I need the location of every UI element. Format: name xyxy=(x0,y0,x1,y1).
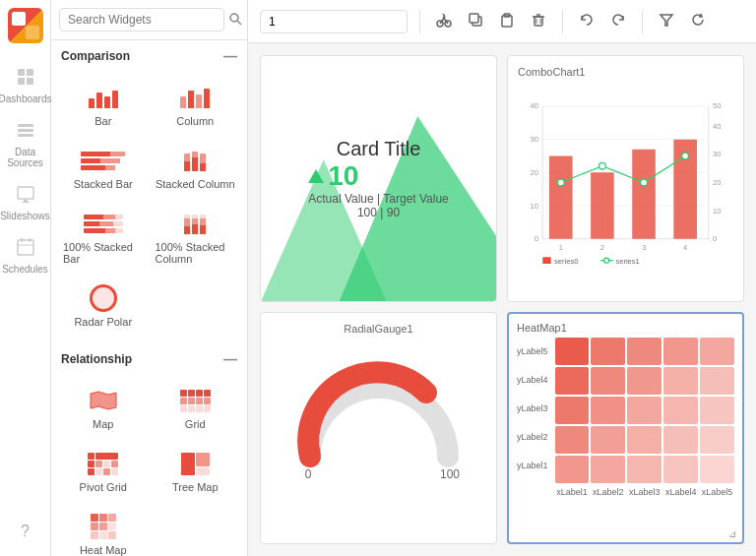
schedules-icon xyxy=(16,237,35,262)
hm-cell xyxy=(627,456,662,483)
svg-text:3: 3 xyxy=(642,243,646,252)
combo-chart-widget[interactable]: ComboChart1 0 10 20 30 40 0 xyxy=(507,55,744,302)
widget-heat-map[interactable]: Heat Map xyxy=(59,505,148,556)
hm-cell xyxy=(700,367,734,395)
y-label-5: yLabel5 xyxy=(517,346,551,356)
100pct-stacked-column-label: 100% Stacked Column xyxy=(156,241,236,265)
toolbar-separator-2 xyxy=(562,10,563,33)
hm-cell xyxy=(663,338,698,365)
widget-pivot-grid[interactable]: Pivot Grid xyxy=(59,442,148,501)
svg-text:1: 1 xyxy=(559,243,563,252)
y-label-4: yLabel4 xyxy=(517,375,551,385)
x-label-5: xLabel5 xyxy=(700,485,734,497)
100pct-stacked-bar-icon xyxy=(86,210,121,237)
target-label: Target Value xyxy=(383,192,449,206)
stacked-column-icon xyxy=(177,147,213,174)
map-label: Map xyxy=(93,418,113,430)
bar-icon xyxy=(86,84,121,111)
left-nav: Dashboards Data Sources Slideshows Sched… xyxy=(0,0,51,556)
slideshows-label: Slideshows xyxy=(0,211,50,221)
svg-text:20: 20 xyxy=(713,178,721,187)
nav-item-slideshows[interactable]: Slideshows xyxy=(0,176,50,229)
toolbar-separator-1 xyxy=(419,10,420,33)
grid-icon xyxy=(177,387,213,414)
section-comparison-header: Comparison — xyxy=(51,40,247,72)
app-logo[interactable] xyxy=(8,8,43,43)
resize-handle[interactable]: ⊿ xyxy=(728,528,738,538)
radial-gauge-widget[interactable]: RadialGauge1 0 100 xyxy=(260,312,497,544)
card-value: 10 xyxy=(308,160,449,192)
widget-100pct-stacked-column[interactable]: 100% Stacked Column xyxy=(152,202,240,273)
combo-chart-svg: 0 10 20 30 40 0 10 20 30 40 50 xyxy=(518,82,733,288)
heat-map-icon xyxy=(86,513,121,540)
widget-stacked-column[interactable]: Stacked Column xyxy=(152,139,240,198)
filter-button[interactable] xyxy=(655,10,678,33)
svg-rect-10 xyxy=(18,240,33,255)
map-icon xyxy=(86,387,121,414)
widget-tree-map[interactable]: Tree Map xyxy=(152,442,240,501)
toolbar xyxy=(248,0,756,43)
svg-text:20: 20 xyxy=(531,168,538,177)
widget-column[interactable]: Column xyxy=(152,76,240,135)
redo-button[interactable] xyxy=(606,10,630,33)
relationship-collapse[interactable]: — xyxy=(223,351,237,367)
nav-item-help[interactable]: ? xyxy=(0,515,50,548)
svg-rect-51 xyxy=(549,156,573,239)
hm-cell xyxy=(663,426,698,454)
card-triangle-icon xyxy=(308,169,324,183)
svg-rect-9 xyxy=(22,202,30,203)
toolbar-input[interactable] xyxy=(260,10,408,33)
svg-rect-2 xyxy=(18,78,25,85)
svg-text:40: 40 xyxy=(531,102,538,111)
nav-item-dashboards[interactable]: Dashboards xyxy=(0,59,50,112)
comparison-widget-grid: Bar Column Stacked Bar xyxy=(51,72,247,343)
refresh-button[interactable] xyxy=(686,10,710,33)
heatmap-widget[interactable]: HeatMap1 yLabel5 yLabel4 yLabel3 yLabel2… xyxy=(507,312,744,544)
search-icon[interactable] xyxy=(228,12,242,29)
svg-line-20 xyxy=(443,14,445,17)
100pct-stacked-bar-label: 100% Stacked Bar xyxy=(63,241,144,265)
paste-button[interactable] xyxy=(495,10,519,33)
svg-text:30: 30 xyxy=(713,150,721,158)
help-icon: ? xyxy=(21,523,30,540)
heat-map-label: Heat Map xyxy=(80,544,127,556)
copy-button[interactable] xyxy=(464,10,487,33)
svg-text:series0: series0 xyxy=(554,257,578,266)
widget-map[interactable]: Map xyxy=(59,379,148,438)
heatmap-y-labels: yLabel5 yLabel4 yLabel3 yLabel2 yLabel1 xyxy=(517,338,555,497)
delete-button[interactable] xyxy=(527,10,550,33)
comparison-collapse[interactable]: — xyxy=(223,48,237,64)
svg-text:0: 0 xyxy=(713,234,717,243)
svg-rect-22 xyxy=(470,14,478,23)
hm-cell xyxy=(627,426,662,454)
dashboards-icon xyxy=(16,67,35,92)
hm-cell xyxy=(700,338,734,365)
x-label-2: xLabel2 xyxy=(591,485,625,497)
heatmap-grid xyxy=(555,338,734,483)
y-label-2: yLabel2 xyxy=(517,432,551,442)
hm-cell xyxy=(555,397,590,424)
widget-bar[interactable]: Bar xyxy=(59,76,148,135)
nav-item-schedules[interactable]: Schedules xyxy=(0,229,50,282)
widget-stacked-bar[interactable]: Stacked Bar xyxy=(59,139,148,198)
cut-button[interactable] xyxy=(432,10,456,33)
dashboards-label: Dashboards xyxy=(0,93,51,104)
svg-text:100: 100 xyxy=(439,467,459,481)
svg-marker-30 xyxy=(661,15,672,26)
svg-text:0: 0 xyxy=(535,234,538,243)
hm-cell xyxy=(591,397,625,424)
widget-grid[interactable]: Grid xyxy=(152,379,240,438)
search-input[interactable] xyxy=(59,8,224,31)
svg-text:50: 50 xyxy=(713,102,721,111)
stacked-column-label: Stacked Column xyxy=(156,178,235,190)
undo-button[interactable] xyxy=(575,10,598,33)
slideshows-icon xyxy=(16,184,35,209)
data-sources-icon xyxy=(16,120,35,145)
x-label-1: xLabel1 xyxy=(555,485,590,497)
widget-radar-polar[interactable]: Radar Polar xyxy=(59,277,148,336)
bar-label: Bar xyxy=(94,115,111,127)
nav-item-data-sources[interactable]: Data Sources xyxy=(0,112,50,176)
x-label-4: xLabel4 xyxy=(663,485,698,497)
card-widget[interactable]: Card Title 10 Actual Value | Target Valu… xyxy=(260,55,497,302)
widget-100pct-stacked-bar[interactable]: 100% Stacked Bar xyxy=(59,202,148,273)
